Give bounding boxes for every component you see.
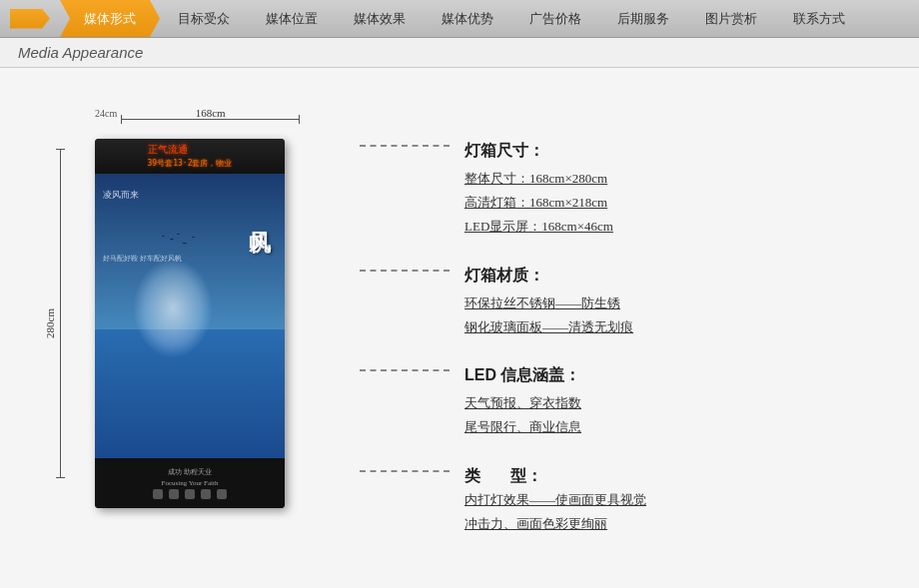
dash-line-material	[360, 270, 450, 272]
nav-item-5[interactable]: 广告价格	[511, 0, 599, 37]
spec-dashes-led	[360, 369, 450, 371]
logo-icon	[10, 9, 50, 29]
spec-type-suffix: 型：	[510, 466, 542, 487]
spec-title-led: LED 信息涵盖：	[464, 365, 581, 386]
image-slogan: 好马配好鞍 好车配好风帆	[103, 254, 182, 264]
spec-item-type-0: 内打灯效果——使画面更具视觉	[464, 490, 646, 511]
led-line2: 39号套13·2套房，物业	[148, 158, 233, 169]
spec-row-type: 类 型： 内打灯效果——使画面更具视觉 冲击力、画面色彩更绚丽	[360, 466, 909, 535]
bottom-icon-2	[169, 489, 179, 499]
spec-item-size-2: LED显示屏：168cm×46cm	[464, 217, 613, 238]
nav-item-7[interactable]: 图片赏析	[687, 0, 775, 37]
bottom-icons	[153, 489, 227, 499]
footer-text1: 成功 助程天业	[168, 467, 212, 477]
spec-item-size-1: 高清灯箱：168cm×218cm	[464, 193, 613, 214]
spec-dashes-material	[360, 270, 450, 272]
dash-line-size	[360, 145, 450, 147]
dim-width-label: 168cm	[196, 107, 226, 119]
main-content: 24cm 168cm 280cm 正气流通 39号套13·2套房，物业	[0, 68, 919, 588]
bottom-icon-5	[217, 489, 227, 499]
splash-effect	[133, 259, 213, 358]
nav-item-1[interactable]: 目标受众	[160, 0, 248, 37]
nav-item-2[interactable]: 媒体位置	[248, 0, 336, 37]
spec-row-led: LED 信息涵盖： 天气预报、穿衣指数 尾号限行、商业信息	[360, 365, 909, 438]
nav-item-0[interactable]: 媒体形式	[60, 0, 160, 37]
spec-item-led-1: 尾号限行、商业信息	[464, 417, 581, 438]
nav-bar: 媒体形式 目标受众 媒体位置 媒体效果 媒体优势 广告价格 后期服务 图片赏析 …	[0, 0, 919, 38]
spec-type-spacer	[488, 466, 510, 484]
dim-height-label: 280cm	[44, 308, 56, 338]
dim-line-vertical	[60, 149, 61, 478]
nav-item-6[interactable]: 后期服务	[599, 0, 687, 37]
logo-area	[0, 0, 60, 37]
spec-title-material: 灯箱材质：	[464, 266, 633, 287]
spec-row-size: 灯箱尺寸： 整体尺寸：168cm×280cm 高清灯箱：168cm×218cm …	[360, 141, 909, 237]
spec-content-material: 灯箱材质： 环保拉丝不锈钢——防生锈 钢化玻璃面板——清透无划痕	[464, 266, 633, 338]
spec-item-size-0: 整体尺寸：168cm×280cm	[464, 169, 613, 190]
led-line1: 正气流通	[148, 143, 233, 157]
nav-item-3[interactable]: 媒体效果	[336, 0, 424, 37]
bottom-icon-1	[153, 489, 163, 499]
led-ticker: 正气流通 39号套13·2套房，物业	[95, 139, 285, 174]
bottom-icon-4	[201, 489, 211, 499]
spec-type-title-row: 类 型：	[464, 466, 646, 487]
spec-item-material-1: 钢化玻璃面板——清透无划痕	[464, 317, 633, 338]
spec-dashes-size	[360, 145, 450, 147]
dash-line-led	[360, 369, 450, 371]
spec-title-size: 灯箱尺寸：	[464, 141, 613, 162]
image-content: 凌风而来 凤帆 好马配好鞍 好车配好风帆	[95, 174, 285, 458]
page-subtitle: Media Appearance	[18, 44, 143, 61]
spec-item-material-0: 环保拉丝不锈钢——防生锈	[464, 294, 633, 314]
image-chinese-text: 凌风而来	[103, 189, 139, 202]
spec-dashes-type	[360, 470, 450, 472]
specs-container: 灯箱尺寸： 整体尺寸：168cm×280cm 高清灯箱：168cm×218cm …	[300, 131, 909, 534]
lightbox-bottom-bar: 成功 助程天业 Focusing Your Faith	[95, 458, 285, 508]
nav-item-4[interactable]: 媒体优势	[424, 0, 511, 37]
nav-item-8[interactable]: 联系方式	[775, 0, 863, 37]
footer-text2: Focusing Your Faith	[162, 479, 219, 487]
spec-content-size: 灯箱尺寸： 整体尺寸：168cm×280cm 高清灯箱：168cm×218cm …	[464, 141, 613, 237]
lightbox-image: 凌风而来 凤帆 好马配好鞍 好车配好风帆	[95, 174, 285, 458]
lightbox-container: 24cm 168cm 280cm 正气流通 39号套13·2套房，物业	[80, 139, 300, 508]
spec-content-type: 类 型： 内打灯效果——使画面更具视觉 冲击力、画面色彩更绚丽	[464, 466, 646, 535]
spec-item-led-0: 天气预报、穿衣指数	[464, 393, 581, 414]
lightbox-display: 正气流通 39号套13·2套房，物业	[95, 139, 285, 508]
spec-type-prefix: 类	[464, 466, 480, 487]
spec-content-led: LED 信息涵盖： 天气预报、穿衣指数 尾号限行、商业信息	[464, 365, 581, 438]
spec-row-material: 灯箱材质： 环保拉丝不锈钢——防生锈 钢化玻璃面板——清透无划痕	[360, 266, 909, 338]
spec-item-type-1: 冲击力、画面色彩更绚丽	[464, 514, 646, 535]
subtitle-bar: Media Appearance	[0, 38, 919, 68]
bottom-icon-3	[185, 489, 195, 499]
dim-corner-label: 24cm	[95, 108, 117, 119]
dash-line-type	[360, 470, 450, 472]
